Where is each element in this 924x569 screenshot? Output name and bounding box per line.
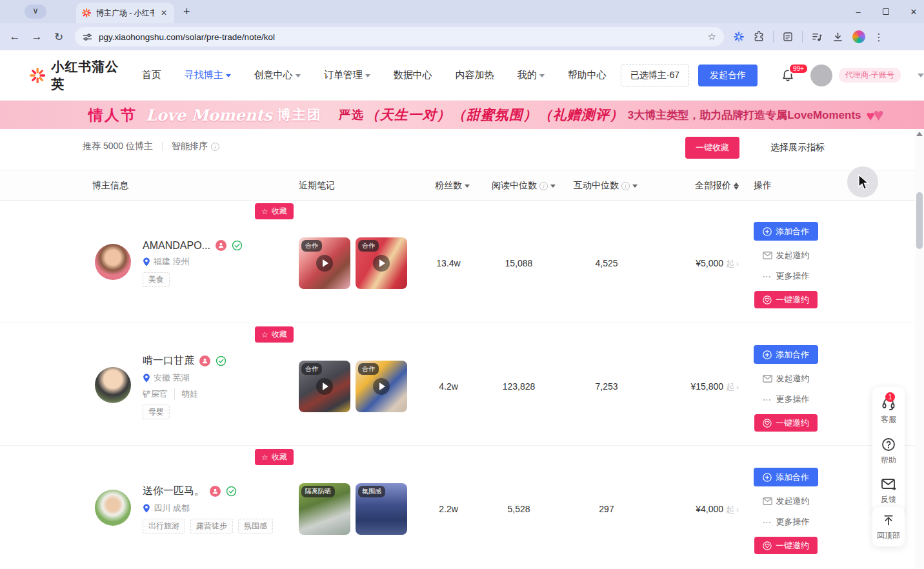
scrollbar-up-arrow[interactable] [916,132,923,136]
col-engage-median-sort[interactable]: 互动中位数i [574,180,638,192]
browser-window: ∨ 博主广场 - 小红书蒲公英 ✕ + – ✕ ← → ↻ pgy.xiaoho… [0,0,924,569]
tab-close-icon[interactable]: ✕ [159,8,169,17]
page-scrollbar[interactable] [915,129,924,569]
chevron-right-icon: › [736,259,739,268]
plus-circle-icon [763,227,772,236]
smart-sort-control[interactable]: 智能排序i [172,141,219,152]
blogger-name[interactable]: AMANDAPO... [143,240,210,252]
one-key-invite-button[interactable]: 一键邀约 [754,291,818,308]
url-bar[interactable]: pgy.xiaohongshu.com/solar/pre-trade/note… [75,27,724,46]
note-thumbnail[interactable]: 合作 [356,237,407,289]
new-tab-button[interactable]: + [183,5,190,18]
col-price-sort[interactable]: 全部报价 [695,180,739,192]
add-cooperation-button[interactable]: 添加合作 [754,468,818,486]
nav-content-heating[interactable]: 内容加热 [456,69,494,81]
blogger-avatar[interactable] [95,244,131,280]
nav-mine[interactable]: 我的 [517,69,545,81]
add-cooperation-button[interactable]: 添加合作 [754,222,818,241]
blogger-name[interactable]: 啃一口甘蔗 [143,354,194,368]
selected-bloggers-button[interactable]: 已选博主·67 [621,65,689,86]
nav-creative-center[interactable]: 创意中心 [254,69,301,81]
note-thumbnail[interactable]: 隔离防晒 [299,483,350,535]
favorite-button[interactable]: ☆收藏 [255,326,294,343]
price-cell[interactable]: ¥4,000起› [645,504,739,515]
tab-strip: ∨ 博主广场 - 小红书蒲公英 ✕ + – ✕ [0,0,924,23]
nav-data-center[interactable]: 数据中心 [394,69,432,81]
customer-service-button[interactable]: 1 客服 [881,396,896,425]
url-text[interactable]: pgy.xiaohongshu.com/solar/pre-trade/note… [99,32,701,42]
browser-menu-icon[interactable]: ⋮ [874,31,884,43]
note-thumbnail[interactable]: 氛围感 [356,483,407,535]
back-to-top-button[interactable]: 回顶部 [872,507,905,546]
price-cell[interactable]: ¥5,000起› [645,258,739,270]
select-metrics-button[interactable]: 选择展示指标 [770,142,825,154]
one-key-invite-button[interactable]: 一键邀约 [754,537,818,554]
category-tag: 露营徒步 [190,519,233,534]
star-icon: ☆ [261,331,268,339]
valentine-promo-banner[interactable]: 情人节 Love Moments 博主团 严选 （天生一对） （甜蜜氛围） （礼… [0,101,924,129]
scrollbar-thumb[interactable] [916,192,923,249]
read-median: 15,088 [483,258,554,268]
favorite-all-button[interactable]: 一键收藏 [685,137,739,159]
col-actions: 操作 [754,180,772,192]
note-thumbnail[interactable]: 合作 [299,361,350,412]
account-avatar[interactable] [810,65,832,86]
nav-order-management[interactable]: 订单管理 [324,69,370,81]
nav-find-bloggers[interactable]: 寻找博主 [185,69,231,81]
favorite-button[interactable]: ☆收藏 [255,203,294,219]
help-button[interactable]: 帮助 [881,437,896,466]
back-button[interactable]: ← [4,30,26,43]
extensions-puzzle-icon[interactable] [753,31,765,43]
play-icon [316,378,333,395]
star-icon: ☆ [261,454,268,461]
forward-button[interactable]: → [26,30,48,43]
col-blogger-info: 博主信息 [92,180,128,192]
site-settings-icon[interactable] [83,32,92,42]
bookmark-star-icon[interactable]: ☆ [708,31,716,43]
brand-partner-icon [199,355,210,366]
send-invite-link[interactable]: 发起邀约 [763,495,810,507]
send-invite-link[interactable]: 发起邀约 [763,250,810,261]
note-thumbnail[interactable]: 合作 [299,237,350,289]
active-tab[interactable]: 博主广场 - 小红书蒲公英 ✕ [76,3,174,23]
sparkle-extension-icon[interactable] [733,31,745,43]
site-logo[interactable]: 小红书蒲公英 [29,58,123,93]
star-icon: ☆ [261,208,268,215]
location-pin-icon [143,374,150,383]
feedback-button[interactable]: 反馈 [881,477,896,505]
banner-tail-text: 3大博主类型，助力品牌打造专属LoveMoments [628,108,861,123]
more-operations-link[interactable]: ⋯更多操作 [763,516,810,528]
reload-button[interactable]: ↻ [48,30,70,44]
window-minimize-button[interactable]: – [853,7,863,17]
account-chevron-down-icon[interactable] [918,74,924,77]
add-cooperation-button[interactable]: 添加合作 [754,345,818,364]
col-fans-sort[interactable]: 粉丝数 [435,180,470,192]
blogger-name[interactable]: 送你一匹马。 [143,484,205,498]
banner-type-1: （天生一对） [366,106,451,124]
media-controls-icon[interactable] [811,31,823,43]
download-icon[interactable] [832,31,844,43]
nav-home[interactable]: 首页 [142,69,161,81]
blogger-location: 福建 漳州 [154,256,190,268]
price-cell[interactable]: ¥15,800起› [645,381,739,393]
one-key-invite-button[interactable]: 一键邀约 [754,414,818,432]
nav-help-center[interactable]: 帮助中心 [568,69,607,81]
service-count-badge: 1 [885,392,895,402]
read-median: 5,528 [483,504,554,514]
tab-search-button[interactable]: ∨ [25,5,46,19]
reading-list-icon[interactable] [782,31,794,43]
col-read-median-sort[interactable]: 阅读中位数i [492,180,556,192]
blogger-avatar[interactable] [95,367,131,403]
fans-count: 2.2w [413,504,484,514]
note-thumbnail[interactable]: 合作 [356,361,407,412]
start-cooperation-button[interactable]: 发起合作 [698,65,758,86]
more-operations-link[interactable]: ⋯更多操作 [763,394,810,405]
send-invite-link[interactable]: 发起邀约 [763,373,810,384]
blogger-avatar[interactable] [95,490,131,526]
notifications-button[interactable]: 99+ [781,68,795,83]
favorite-button[interactable]: ☆收藏 [255,449,294,465]
window-maximize-button[interactable] [883,8,889,15]
browser-profile-icon[interactable] [852,30,865,43]
window-close-button[interactable]: ✕ [909,7,919,17]
more-operations-link[interactable]: ⋯更多操作 [763,270,810,282]
